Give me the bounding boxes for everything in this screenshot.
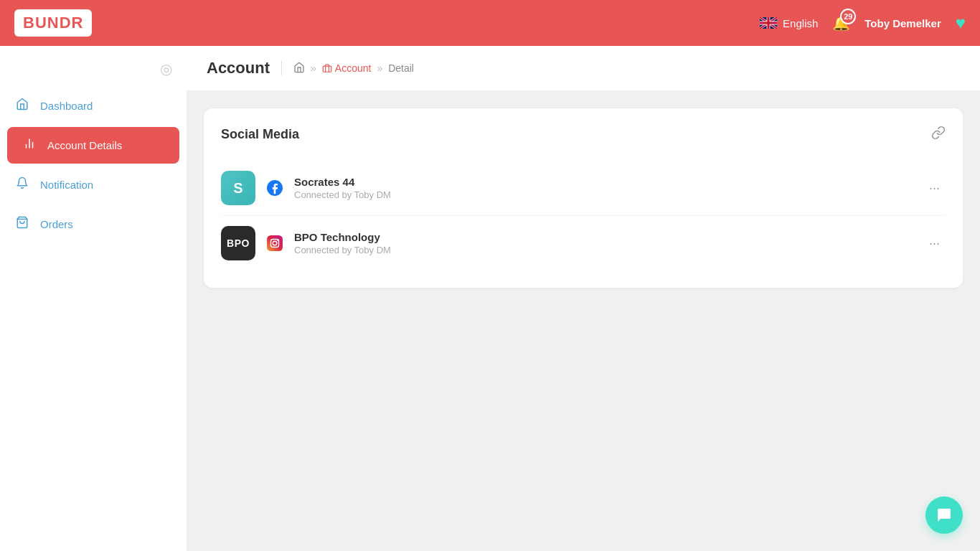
sidebar-top-area: ◎ <box>0 60 187 85</box>
sidebar: ◎ Dashboard Account Details <box>0 46 187 551</box>
facebook-icon <box>267 180 283 196</box>
language-label: English <box>783 17 818 29</box>
breadcrumb-sep-1: » <box>311 62 316 74</box>
sidebar-label-notification: Notification <box>40 179 93 191</box>
page-header: Account » Account » <box>187 46 980 91</box>
breadcrumb-account-link[interactable]: Account <box>322 62 372 74</box>
logo-text: BUNDR <box>23 14 83 32</box>
card-header: Social Media <box>221 126 946 143</box>
svg-rect-7 <box>267 235 283 251</box>
breadcrumb-sep-2: » <box>377 62 382 74</box>
link-icon[interactable] <box>931 126 946 143</box>
avatar-socrates: S <box>221 171 255 205</box>
social-sub-socrates: Connected by Toby DM <box>294 189 912 200</box>
breadcrumb-detail-label: Detail <box>388 62 414 74</box>
notification-button[interactable]: 🔔 29 <box>832 14 850 32</box>
social-item-socrates: S Socrates 44 Connected by Toby DM ··· <box>221 161 946 216</box>
social-media-card: Social Media S <box>204 108 963 288</box>
home-icon <box>14 98 30 114</box>
chat-icon <box>936 507 953 524</box>
breadcrumb-home-icon[interactable] <box>293 62 305 75</box>
sidebar-item-notification[interactable]: Notification <box>0 166 187 203</box>
sidebar-item-orders[interactable]: Orders <box>0 206 187 242</box>
breadcrumb-account-label: Account <box>335 62 372 74</box>
layout: ◎ Dashboard Account Details <box>0 46 980 551</box>
user-name: Toby Demelker <box>864 17 941 29</box>
social-media-title: Social Media <box>221 127 299 142</box>
avatar-initials-bpo: BPO <box>227 237 250 249</box>
sidebar-item-dashboard[interactable]: Dashboard <box>0 88 187 124</box>
sidebar-label-orders: Orders <box>40 218 73 230</box>
flag-icon <box>760 17 777 29</box>
orders-icon <box>14 216 30 232</box>
social-name-socrates: Socrates 44 <box>294 176 912 188</box>
settings-icon: ◎ <box>160 60 172 77</box>
sidebar-item-account-details[interactable]: Account Details <box>7 127 179 164</box>
breadcrumb: » Account » Detail <box>293 62 414 75</box>
sidebar-label-account-details: Account Details <box>47 139 122 151</box>
svg-rect-5 <box>323 66 331 72</box>
instagram-icon <box>267 235 283 251</box>
header-right: English 🔔 29 Toby Demelker ♥ <box>760 13 966 33</box>
avatar-bpo: BPO <box>221 226 255 260</box>
bar-chart-icon <box>22 137 37 154</box>
svg-point-10 <box>277 240 278 241</box>
avatar-initials-socrates: S <box>233 180 242 197</box>
briefcase-icon <box>322 63 332 73</box>
heart-icon: ♥ <box>956 13 966 33</box>
more-button-bpo[interactable]: ··· <box>923 233 946 254</box>
chat-button[interactable] <box>925 496 963 534</box>
notification-icon <box>14 176 30 193</box>
sidebar-label-dashboard: Dashboard <box>40 100 93 112</box>
social-info-bpo: BPO Technology Connected by Toby DM <box>294 231 912 255</box>
notification-badge: 29 <box>840 9 856 24</box>
breadcrumb-divider <box>281 61 282 75</box>
page-title: Account <box>207 59 270 77</box>
header: BUNDR English 🔔 29 Toby Demelker ♥ <box>0 0 980 46</box>
main-content: Account » Account » <box>187 46 980 551</box>
content-area: Social Media S <box>187 91 980 551</box>
social-name-bpo: BPO Technology <box>294 231 912 243</box>
logo[interactable]: BUNDR <box>14 9 92 37</box>
more-button-socrates[interactable]: ··· <box>923 178 946 199</box>
social-item-bpo: BPO <box>221 216 946 270</box>
social-sub-bpo: Connected by Toby DM <box>294 245 912 255</box>
language-selector[interactable]: English <box>760 17 818 29</box>
social-info-socrates: Socrates 44 Connected by Toby DM <box>294 176 912 200</box>
